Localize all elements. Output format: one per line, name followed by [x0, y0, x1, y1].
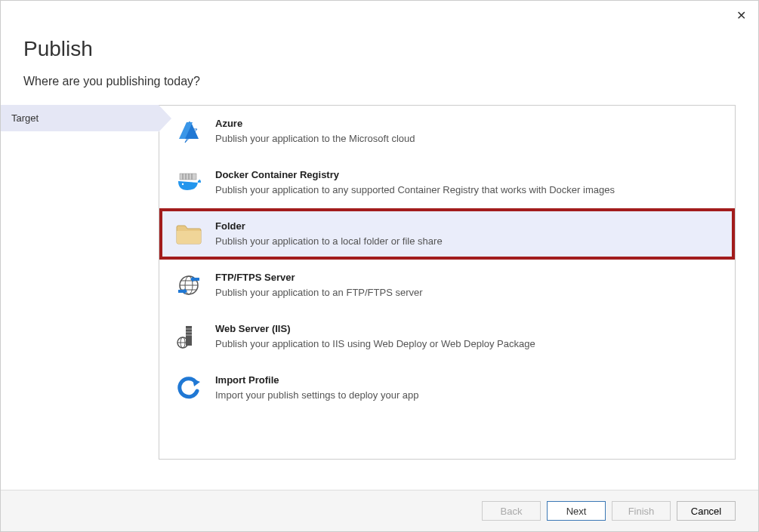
option-azure[interactable]: Azure Publish your application to the Mi…: [159, 106, 735, 157]
header: Publish Where are you publishing today?: [1, 1, 758, 88]
option-title: Azure: [215, 116, 415, 131]
sidebar-item-label: Target: [11, 112, 39, 124]
wizard-footer: Back Next Finish Cancel: [1, 490, 758, 531]
docker-icon: [174, 168, 205, 198]
option-title: Web Server (IIS): [215, 321, 535, 337]
svg-point-5: [182, 183, 184, 185]
option-folder[interactable]: Folder Publish your application to a loc…: [159, 208, 735, 260]
option-title: FTP/FTPS Server: [215, 270, 423, 285]
ftp-icon: [174, 270, 205, 300]
option-title: Import Profile: [215, 373, 419, 388]
option-desc: Publish your application to the Microsof…: [215, 131, 415, 146]
option-title: Folder: [215, 219, 443, 234]
svg-rect-12: [186, 328, 192, 330]
option-iis[interactable]: Web Server (IIS) Publish your applicatio…: [159, 311, 735, 362]
option-desc: Publish your application to an FTP/FTPS …: [215, 285, 423, 300]
option-ftp[interactable]: FTP/FTPS Server Publish your application…: [159, 260, 735, 311]
folder-icon: [174, 219, 205, 249]
svg-rect-14: [186, 334, 192, 336]
wizard-steps-sidebar: Target: [1, 105, 159, 460]
close-icon[interactable]: ✕: [736, 8, 746, 23]
page-subtitle: Where are you publishing today?: [23, 75, 736, 88]
option-import[interactable]: Import Profile Import your publish setti…: [159, 362, 735, 414]
page-title: Publish: [23, 37, 736, 61]
svg-rect-0: [180, 174, 196, 180]
azure-icon: [174, 116, 205, 146]
option-desc: Publish your application to IIS using We…: [215, 337, 535, 352]
back-button: Back: [482, 501, 541, 521]
option-docker[interactable]: Docker Container Registry Publish your a…: [159, 157, 735, 208]
publish-target-panel: Azure Publish your application to the Mi…: [159, 105, 736, 460]
iis-icon: [174, 321, 205, 352]
next-button[interactable]: Next: [547, 501, 606, 521]
cancel-button[interactable]: Cancel: [677, 501, 736, 521]
import-icon: [174, 373, 205, 403]
option-desc: Publish your application to any supporte…: [215, 183, 615, 198]
sidebar-item-target[interactable]: Target: [1, 105, 159, 131]
option-title: Docker Container Registry: [215, 168, 615, 183]
option-desc: Import your publish settings to deploy y…: [215, 388, 419, 403]
option-desc: Publish your application to a local fold…: [215, 234, 443, 249]
finish-button: Finish: [612, 501, 671, 521]
svg-rect-13: [186, 331, 192, 333]
